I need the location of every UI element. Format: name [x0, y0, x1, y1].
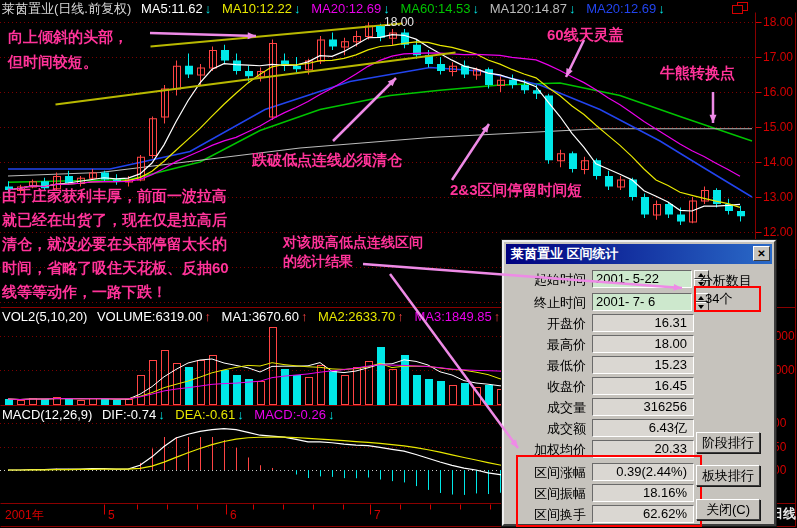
vol-indicator-name: VOL2(5,10,20) — [2, 309, 87, 324]
interval-highlight-box — [516, 455, 702, 527]
vol-ma2-value: MA2:2633.70 — [318, 309, 395, 324]
vol-ma3-value: MA3:1849.85 — [414, 309, 491, 324]
down-arrow-icon: ↓ — [658, 1, 665, 16]
low-price-label: 最低价 — [512, 357, 586, 375]
annotation-line60-cap: 60线天灵盖 — [547, 26, 624, 44]
close-button[interactable]: ✕ — [753, 246, 770, 261]
dialog-title: 莱茵置业 区间统计 — [511, 246, 619, 261]
end-date-label: 终止时间 — [512, 294, 586, 312]
turnover-value: 6.43亿 — [592, 419, 694, 437]
ma120-value: MA120:14.87 — [490, 1, 567, 16]
down-arrow-icon: ↓ — [237, 407, 244, 422]
volume-value: VOLUME:6319.00 — [97, 309, 203, 324]
down-arrow-icon: ↓ — [294, 1, 301, 16]
restore-window-icon[interactable] — [732, 2, 749, 15]
high-price-value: 18.00 — [592, 335, 694, 353]
start-date-field[interactable]: 2001- 5-22 — [592, 270, 692, 288]
ma10-value: MA10:12.22 — [222, 1, 292, 16]
close-icon: ✕ — [757, 248, 765, 259]
chart-header: 莱茵置业(日线.前复权) MA5:11.62↓ MA10:12.22↓ MA20… — [2, 0, 672, 14]
start-date-label: 起始时间 — [512, 271, 586, 289]
volume-label: 成交量 — [512, 399, 586, 417]
analysis-count-box: 34个 — [694, 286, 761, 312]
up-arrow-icon: ↑ — [301, 309, 308, 324]
stage-ranking-button[interactable]: 阶段排行 — [696, 432, 760, 453]
close-price-label: 收盘价 — [512, 378, 586, 396]
stat-row: 最高价18.00 — [512, 335, 768, 353]
volume-header: VOL2(5,10,20) VOLUME:6319.00↑ MA1:3670.6… — [2, 309, 507, 323]
annotation-break-low: 跌破低点连线必须清仓 — [252, 151, 402, 169]
annotation-dealer-note: 由于庄家获利丰厚，前面一波拉高 就已经在出货了，现在仅是拉高后 清仓，就没必要在… — [2, 184, 229, 304]
macd-value: MACD:-0.26 — [254, 407, 326, 422]
stock-app-screen: 莱茵置业(日线.前复权) MA5:11.62↓ MA10:12.22↓ MA20… — [0, 0, 797, 528]
sector-ranking-button[interactable]: 板块排行 — [696, 465, 760, 486]
annotation-zone-23: 2&3区间停留时间短 — [450, 181, 583, 199]
annotation-stats-note: 对该股高低点连线区间 的统计结果 — [283, 233, 423, 271]
ma60-value: MA60:14.53 — [400, 1, 470, 16]
end-date-field[interactable]: 2001- 7- 6 — [592, 293, 692, 311]
up-arrow-icon: ↑ — [204, 309, 211, 324]
vol-ma1-value: MA1:3670.60 — [222, 309, 299, 324]
stat-row: 最低价15.23 — [512, 356, 768, 374]
stat-row: 收盘价16.45 — [512, 377, 768, 395]
macd-indicator-name: MACD(12,26,9) — [2, 407, 92, 422]
down-arrow-icon: ↓ — [328, 407, 335, 422]
dea-value: DEA:-0.61 — [175, 407, 235, 422]
down-arrow-icon: ↓ — [569, 1, 576, 16]
low-price-value: 15.23 — [592, 356, 694, 374]
ma20-value: MA20:12.69 — [311, 1, 381, 16]
macd-header: MACD(12,26,9) DIF:-0.74↓ DEA:-0.61↓ MACD… — [2, 407, 341, 421]
down-arrow-icon: ↓ — [383, 1, 390, 16]
dif-value: DIF:-0.74 — [102, 407, 156, 422]
up-arrow-icon: ↑ — [397, 309, 404, 324]
down-arrow-icon: ↓ — [473, 1, 480, 16]
analysis-count-value: 34个 — [705, 291, 732, 306]
peak-price-label: 18.00 — [384, 15, 414, 29]
down-arrow-icon: ↓ — [205, 1, 212, 16]
annotation-tilted-head: 向上倾斜的头部， 但时间较短。 — [8, 24, 128, 74]
turnover-label: 成交额 — [512, 420, 586, 438]
volume-value: 316256 — [592, 398, 694, 416]
close-dialog-button[interactable]: 关闭(C) — [696, 499, 760, 520]
up-arrow-icon: ↑ — [494, 309, 501, 324]
stock-title: 莱茵置业(日线.前复权) — [2, 1, 131, 16]
ma250-value: MA20:12.69 — [586, 1, 656, 16]
open-price-label: 开盘价 — [512, 315, 586, 333]
interval-stats-dialog: 莱茵置业 区间统计 ✕ 起始时间 2001- 5-22 终止时间 2001- 7… — [502, 240, 776, 526]
down-arrow-icon: ↓ — [158, 407, 165, 422]
dialog-titlebar[interactable]: 莱茵置业 区间统计 ✕ — [506, 244, 772, 264]
high-price-label: 最高价 — [512, 336, 586, 354]
stat-row: 成交量316256 — [512, 398, 768, 416]
stat-row: 开盘价16.31 — [512, 314, 768, 332]
close-price-value: 16.45 — [592, 377, 694, 395]
ma5-value: MA5:11.62 — [141, 1, 203, 16]
annotation-bull-bear: 牛熊转换点 — [660, 64, 735, 82]
open-price-value: 16.31 — [592, 314, 694, 332]
